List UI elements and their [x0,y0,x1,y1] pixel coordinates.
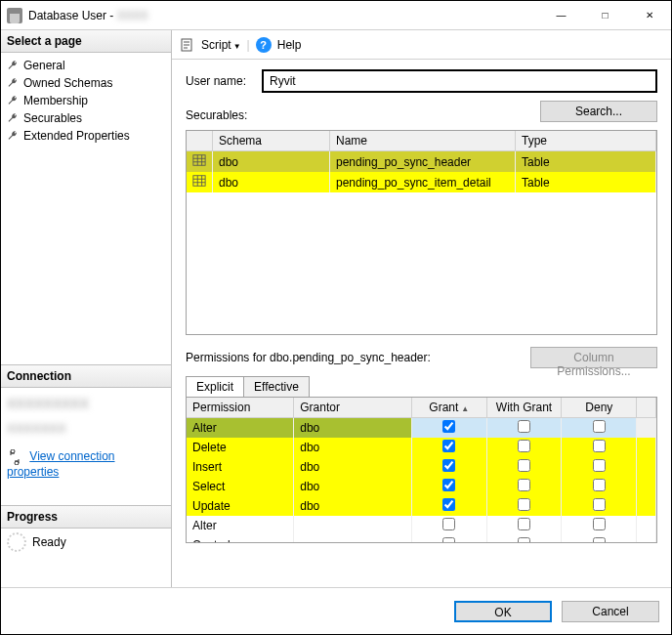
page-securables[interactable]: Securables [7,109,165,127]
cell-deny[interactable] [562,438,637,457]
search-button[interactable]: Search... [540,101,657,122]
permission-row[interactable]: Update dbo [187,496,656,516]
cell-deny[interactable] [562,418,637,439]
scrollbar-cell[interactable] [637,496,656,516]
scrollbar-cell[interactable] [637,457,656,477]
view-connection-properties-link[interactable]: View connection properties [7,449,115,479]
cell-grant[interactable] [411,457,486,477]
page-owned-schemas[interactable]: Owned Schemas [7,74,165,92]
permission-checkbox[interactable] [518,440,530,452]
ok-button[interactable]: OK [454,601,552,622]
securables-row[interactable]: dbo pending_po_sync_item_detail Table [187,172,656,192]
col-grant[interactable]: Grant▲ [411,398,486,418]
page-label: Owned Schemas [23,76,112,90]
cell-permission: Insert [187,457,294,477]
permission-checkbox[interactable] [442,537,455,543]
cell-deny[interactable] [562,477,637,496]
permission-row[interactable]: Insert dbo [187,457,656,477]
help-button[interactable]: Help [277,38,302,52]
col-with-grant[interactable]: With Grant [486,398,562,418]
col-name[interactable]: Name [330,131,516,151]
wrench-icon [7,95,19,106]
col-schema[interactable]: Schema [213,131,330,151]
username-input[interactable] [262,69,657,93]
cell-grant[interactable] [411,418,486,439]
permissions-grid[interactable]: Permission Grantor Grant▲ With Grant Den… [186,397,657,543]
permission-checkbox[interactable] [593,459,606,472]
cell-with-grant[interactable] [486,496,562,516]
cell-deny[interactable] [562,496,637,516]
permission-row[interactable]: Alter dbo [187,418,656,439]
cell-deny[interactable] [562,516,637,535]
cell-grant[interactable] [411,535,486,543]
permission-checkbox[interactable] [442,459,455,472]
page-label: General [23,59,65,72]
cell-with-grant[interactable] [486,535,562,543]
permission-row[interactable]: Delete dbo [187,438,656,457]
cell-grant[interactable] [411,477,486,496]
permission-checkbox[interactable] [518,459,530,472]
scrollbar-cell[interactable] [637,516,656,535]
page-membership[interactable]: Membership [7,92,165,109]
wrench-icon [7,60,19,71]
securables-row[interactable]: dbo pending_po_sync_header Table [187,151,656,173]
cell-with-grant[interactable] [486,477,562,496]
permission-checkbox[interactable] [442,440,455,452]
tab-explicit[interactable]: Explicit [186,376,244,397]
cell-permission: Update [187,496,294,516]
cell-deny[interactable] [562,535,637,543]
cell-with-grant[interactable] [486,438,562,457]
page-extended-properties[interactable]: Extended Properties [7,127,165,145]
page-general[interactable]: General [7,57,165,74]
minimize-button[interactable]: — [539,1,583,30]
permission-checkbox[interactable] [593,440,606,452]
cell-grant[interactable] [411,516,486,535]
scrollbar-cell[interactable] [637,535,656,543]
permission-row[interactable]: Control [187,535,656,543]
permission-checkbox[interactable] [593,518,606,530]
database-icon [7,8,22,23]
col-permission[interactable]: Permission [187,398,294,418]
col-type[interactable]: Type [516,131,656,151]
scrollbar-cell[interactable] [637,438,656,457]
cell-with-grant[interactable] [486,457,562,477]
permission-checkbox[interactable] [593,537,606,543]
permission-checkbox[interactable] [442,420,455,433]
permission-checkbox[interactable] [442,518,455,530]
permission-row[interactable]: Alter [187,516,656,535]
permission-checkbox[interactable] [518,498,530,511]
col-grantor[interactable]: Grantor [294,398,412,418]
maximize-button[interactable]: □ [583,1,627,30]
cell-schema: dbo [213,172,330,192]
cell-deny[interactable] [562,457,637,477]
script-button[interactable]: Script▼ [201,38,241,52]
cell-with-grant[interactable] [486,418,562,439]
scrollbar-cell[interactable] [637,418,656,439]
permission-checkbox[interactable] [518,518,530,530]
scrollbar-cell[interactable] [637,477,656,496]
wrench-icon [7,77,19,89]
securables-grid[interactable]: Schema Name Type dbo pending_po_sync_hea… [186,130,657,335]
permission-checkbox[interactable] [518,479,530,491]
tab-effective[interactable]: Effective [243,376,310,397]
cell-grant[interactable] [411,496,486,516]
cell-with-grant[interactable] [486,516,562,535]
progress-status: Ready [32,535,66,549]
permission-checkbox[interactable] [442,479,455,491]
permission-checkbox[interactable] [593,498,606,511]
permission-checkbox[interactable] [593,479,606,491]
permission-checkbox[interactable] [518,420,530,433]
cell-grantor: dbo [294,496,412,516]
sort-asc-icon: ▲ [461,404,469,413]
content-area: User name: Securables: Search... Schema … [172,60,671,587]
cancel-button[interactable]: Cancel [562,601,659,622]
close-button[interactable]: ✕ [627,1,671,30]
cell-grant[interactable] [411,438,486,457]
page-label: Membership [23,94,88,107]
permission-checkbox[interactable] [442,498,455,511]
col-deny[interactable]: Deny [562,398,637,418]
permission-checkbox[interactable] [518,537,530,543]
view-connection-properties[interactable]: View connection properties [7,449,165,479]
permission-checkbox[interactable] [593,420,606,433]
permission-row[interactable]: Select dbo [187,477,656,496]
